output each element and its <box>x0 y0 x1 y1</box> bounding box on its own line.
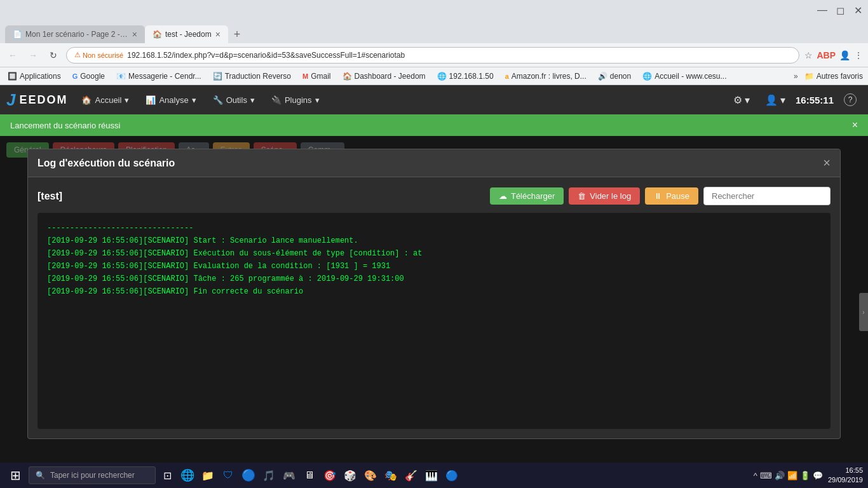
tab-2[interactable]: 🏠 test - Jeedom × <box>145 25 228 43</box>
forward-button[interactable]: → <box>25 48 41 63</box>
minimize-button[interactable]: — <box>817 5 827 15</box>
profile-icon[interactable]: ABP <box>817 50 836 60</box>
tab-1-close[interactable]: × <box>132 29 137 39</box>
taskbar-search[interactable]: 🔍 Taper ici pour rechercher <box>29 466 156 484</box>
user-button[interactable]: 👤 ▾ <box>760 92 790 109</box>
maximize-button[interactable]: ◻ <box>835 5 845 15</box>
dropdown-icon: ▾ <box>125 95 129 105</box>
user-icon: 👤 <box>765 94 778 106</box>
main-content: Général Déclencheurs Planification Ac...… <box>0 136 868 488</box>
bookmark-favicon: 🔲 <box>8 72 17 81</box>
modal-close-button[interactable]: × <box>823 156 831 170</box>
bookmark-favicon: a <box>505 72 509 80</box>
dropdown-icon: ▾ <box>315 95 320 105</box>
bookmark-messagerie[interactable]: 📧 Messagerie - Cendr... <box>114 71 204 82</box>
nav-outils-label: Outils <box>226 95 247 105</box>
user-avatar[interactable]: 👤 <box>839 50 850 60</box>
bookmark-favicon: G <box>72 72 78 80</box>
bookmark-dashboard[interactable]: 🏠 Dashboard - Jeedom <box>340 71 428 82</box>
bookmarks-more[interactable]: » <box>794 72 798 81</box>
security-icon: 🛡 <box>223 470 233 481</box>
start-button[interactable]: ⊞ <box>5 465 26 485</box>
download-button[interactable]: ☁ Télécharger <box>490 187 564 205</box>
bookmark-192[interactable]: 🌐 192.168.1.50 <box>435 71 496 82</box>
browser-chrome: — ◻ ✕ 📄 Mon 1er scénario - Page 2 - Foru… <box>0 0 868 85</box>
bookmark-label: Applications <box>20 72 61 81</box>
search-input[interactable] <box>703 187 831 205</box>
taskbar-explorer[interactable]: 📁 <box>199 466 217 484</box>
nav-accueil[interactable]: 🏠 Accueil ▾ <box>74 90 137 110</box>
settings-icon: ⚙ <box>733 94 742 106</box>
taskbar-icon-10[interactable]: 🔵 <box>443 466 461 484</box>
menu-icon[interactable]: ⋮ <box>854 50 863 60</box>
taskbar-chrome[interactable]: 🔵 <box>240 466 257 484</box>
other-favorites-label: Autres favoris <box>817 72 863 81</box>
back-button[interactable]: ← <box>5 48 20 63</box>
folder-icon: 📁 <box>804 72 814 81</box>
address-bar: ← → ↻ ⚠ Non sécurisé 192.168.1.52/index.… <box>0 43 868 67</box>
taskbar-icon-4[interactable]: 🎯 <box>321 466 339 484</box>
bookmark-gmail[interactable]: M Gmail <box>300 71 334 82</box>
battery-icon[interactable]: 🔋 <box>800 471 810 480</box>
tab-2-close[interactable]: × <box>215 29 220 39</box>
taskbar-task-view[interactable]: ⊡ <box>158 466 176 484</box>
task-view-icon: ⊡ <box>163 470 172 482</box>
help-button[interactable]: ? <box>839 91 862 109</box>
clear-log-button[interactable]: 🗑 Vider le log <box>569 187 640 205</box>
nav-outils[interactable]: 🔧 Outils ▾ <box>205 90 262 110</box>
bookmark-label: 192.168.1.50 <box>449 72 494 81</box>
sidebar-handle[interactable]: › <box>859 293 868 331</box>
other-favorites[interactable]: 📁 Autres favoris <box>804 72 863 81</box>
taskbar-icon-3[interactable]: 🖥 <box>301 466 318 484</box>
chevron-up-icon[interactable]: ^ <box>754 471 757 480</box>
address-input[interactable]: ⚠ Non sécurisé 192.168.1.52/index.php?v=… <box>66 47 799 64</box>
new-tab-button[interactable]: + <box>228 25 246 43</box>
bookmark-applications[interactable]: 🔲 Applications <box>5 71 64 82</box>
volume-icon[interactable]: 🔊 <box>775 471 785 480</box>
refresh-button[interactable]: ↻ <box>46 48 61 63</box>
keyboard-icon[interactable]: ⌨ <box>760 471 772 480</box>
home-icon: 🏠 <box>81 95 92 105</box>
download-icon: ☁ <box>499 191 507 201</box>
nav-analyse[interactable]: 📊 Analyse ▾ <box>138 90 203 110</box>
taskbar-icon-8[interactable]: 🎸 <box>402 466 420 484</box>
tab-1[interactable]: 📄 Mon 1er scénario - Page 2 - Foru... × <box>5 25 145 43</box>
bookmark-cesu[interactable]: 🌐 Accueil - www.cesu... <box>640 71 729 82</box>
taskbar-icon-5[interactable]: 🎲 <box>341 466 359 484</box>
nav-plugins-label: Plugins <box>285 95 312 105</box>
pause-button[interactable]: ⏸ Pause <box>645 187 698 205</box>
bookmark-icon[interactable]: ☆ <box>804 50 813 60</box>
taskbar-edge[interactable]: 🌐 <box>179 466 196 484</box>
close-button[interactable]: ✕ <box>853 5 863 15</box>
log-line-5: [2019-09-29 16:55:06][SCENARIO] Fin corr… <box>47 286 821 297</box>
jeedom-logo[interactable]: J EEDOM <box>6 90 67 110</box>
tab-2-favicon: 🏠 <box>153 30 161 39</box>
bookmark-denon[interactable]: 🔊 denon <box>595 71 634 82</box>
log-line-3: [2019-09-29 16:55:06][SCENARIO] Evaluati… <box>47 261 821 272</box>
notification-icon[interactable]: 💬 <box>813 471 823 480</box>
settings-button[interactable]: ⚙ ▾ <box>728 92 755 109</box>
start-icon: ⊞ <box>10 468 21 483</box>
taskbar-security[interactable]: 🛡 <box>219 466 237 484</box>
nav-time: 16:55:11 <box>796 95 834 105</box>
app-icon-5: 🎲 <box>344 470 356 482</box>
pause-icon: ⏸ <box>654 191 662 201</box>
taskbar-icon-1[interactable]: 🎵 <box>260 466 278 484</box>
bookmark-favicon: 🌐 <box>642 72 652 81</box>
bookmark-reverso[interactable]: 🔄 Traduction Reverso <box>210 71 294 82</box>
bookmark-label: Accueil - www.cesu... <box>654 72 726 81</box>
taskbar-icon-9[interactable]: 🎹 <box>423 466 440 484</box>
settings-dropdown: ▾ <box>745 94 750 106</box>
wifi-icon[interactable]: 📶 <box>787 471 797 480</box>
bookmark-google[interactable]: G Google <box>70 71 107 82</box>
clear-label: Vider le log <box>590 191 631 201</box>
bookmark-amazon[interactable]: a Amazon.fr : livres, D... <box>503 71 589 82</box>
nav-plugins[interactable]: 🔌 Plugins ▾ <box>264 90 327 110</box>
edge-icon: 🌐 <box>180 468 194 482</box>
alert-close-button[interactable]: × <box>852 119 858 131</box>
taskbar-icon-7[interactable]: 🎭 <box>382 466 400 484</box>
taskbar-icon-2[interactable]: 🎮 <box>280 466 298 484</box>
taskbar-clock[interactable]: 16:55 29/09/2019 <box>828 466 863 485</box>
app-icon-2: 🎮 <box>283 470 295 482</box>
taskbar-icon-6[interactable]: 🎨 <box>362 466 379 484</box>
